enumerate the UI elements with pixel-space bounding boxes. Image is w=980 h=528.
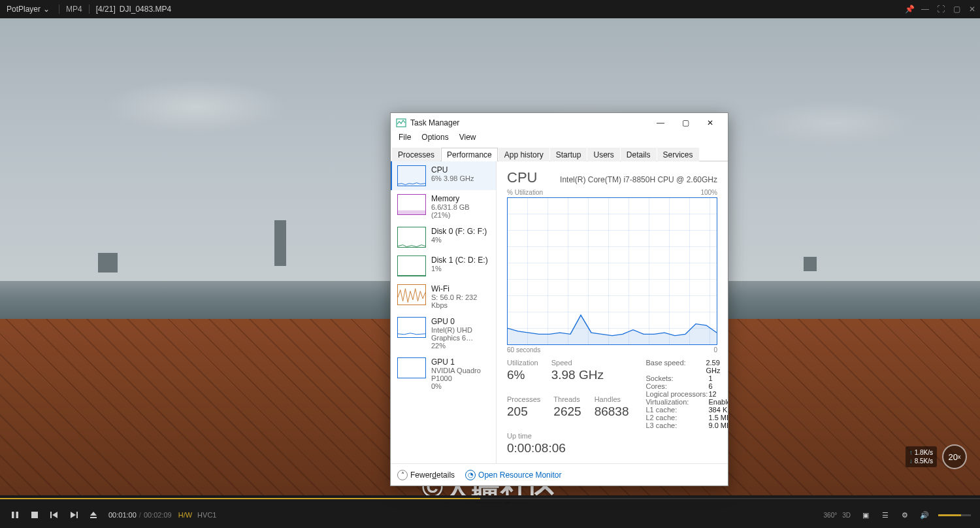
screenshot-icon[interactable]: ▣ [856, 505, 875, 525]
rotate-label[interactable]: 360° [824, 512, 838, 519]
side-gpu0-sub: Intel(R) UHD Graphics 6… [431, 326, 491, 342]
detail-val: Enabled [708, 398, 728, 406]
task-manager-window[interactable]: Task Manager — ▢ ✕ File Options View Pro… [390, 112, 728, 486]
stop-button[interactable] [25, 505, 44, 525]
tab-services[interactable]: Services [657, 148, 699, 161]
detail-val: 1.5 MB [708, 414, 728, 421]
separator [59, 5, 59, 14]
orm-label: Open Resource Monitor [478, 470, 561, 480]
cpu-chart[interactable] [507, 197, 717, 345]
eject-button[interactable] [84, 505, 103, 525]
osd-overlay: 1.8K/s 8.5K/s 20x [906, 444, 967, 469]
detail-row: Virtualization:Enabled [645, 398, 728, 406]
fullscreen-icon[interactable]: ⛶ [933, 0, 949, 18]
svg-rect-8 [76, 512, 78, 518]
speed-label: Speed [551, 359, 604, 367]
tab-users[interactable]: Users [587, 148, 619, 161]
tm-minimize-button[interactable]: — [648, 114, 673, 132]
tm-maximize-button[interactable]: ▢ [673, 114, 698, 132]
cpu-details-list: Base speed:2.59 GHzSockets:1Cores:6Logic… [645, 359, 728, 455]
playlist-icon[interactable]: ☰ [875, 505, 895, 525]
container-label: MP4 [62, 5, 86, 14]
tab-app-history[interactable]: App history [498, 148, 549, 161]
tab-processes[interactable]: Processes [392, 148, 440, 161]
detail-row: L3 cache:9.0 MB [645, 421, 728, 429]
separator [89, 5, 90, 14]
detail-row: L1 cache:384 KB [645, 406, 728, 414]
mini-cpu-chart [397, 165, 426, 186]
axis-top-right: 100% [700, 189, 717, 196]
tab-startup[interactable]: Startup [550, 148, 587, 161]
open-resource-monitor-link[interactable]: ◔ Open Resource Monitor [465, 470, 561, 480]
potplayer-menu[interactable]: PotPlayer ⌄ [0, 5, 56, 14]
detail-val: 9.0 MB [708, 421, 728, 429]
maximize-icon[interactable]: ▢ [949, 0, 964, 18]
detail-val: 2.59 GHz [706, 359, 728, 374]
next-button[interactable] [64, 505, 84, 525]
fewer-key: d [432, 470, 436, 480]
detail-row: Cores:6 [645, 382, 728, 390]
volume-icon[interactable]: 🔊 [915, 505, 934, 525]
video-canvas[interactable]: ©大疆社区 1.8K/s 8.5K/s 20x Task Manager — ▢… [0, 18, 980, 495]
axis-bot-left: 60 seconds [507, 346, 540, 354]
tm-titlebar[interactable]: Task Manager — ▢ ✕ [391, 113, 728, 133]
time-display: 00:01:00/00:02:09 [108, 511, 172, 519]
osd-pct-suffix: x [958, 454, 961, 460]
volume-slider[interactable] [938, 514, 971, 516]
uptime-value: 0:00:08:06 [507, 441, 629, 455]
mini-mem-chart [397, 194, 426, 215]
side-wifi[interactable]: Wi-FiS: 56.0 R: 232 Kbps [391, 280, 496, 313]
tm-menu-view[interactable]: View [455, 133, 480, 146]
side-disk1[interactable]: Disk 1 (C: D: E:)1% [391, 252, 496, 280]
side-gpu0-name: GPU 0 [431, 317, 491, 326]
fewer-txt1: Fewer [410, 470, 432, 480]
axis-bot-right: 0 [713, 346, 717, 354]
pin-icon[interactable]: 📌 [902, 0, 917, 18]
thr-value: 2625 [553, 404, 581, 419]
svg-rect-4 [31, 512, 38, 518]
minimize-icon[interactable]: — [917, 0, 933, 18]
tm-close-button[interactable]: ✕ [698, 114, 723, 132]
mini-gpu0-chart [397, 317, 426, 338]
svg-marker-6 [52, 512, 57, 518]
side-gpu1-sub2: 0% [431, 382, 491, 390]
uptime-label: Up time [507, 432, 629, 440]
detail-key: Sockets: [645, 374, 708, 382]
side-gpu0-sub2: 22% [431, 342, 491, 350]
three-d-label[interactable]: 3D [842, 512, 851, 519]
hw-flag[interactable]: H/W [178, 511, 192, 519]
fewer-details-button[interactable]: ˄ Fewer details [397, 470, 455, 480]
svg-rect-5 [50, 512, 52, 518]
detail-row: Base speed:2.59 GHz [645, 359, 728, 374]
tab-details[interactable]: Details [621, 148, 657, 161]
tab-performance[interactable]: Performance [441, 148, 498, 161]
close-icon[interactable]: ✕ [964, 0, 980, 18]
osd-speed-circle[interactable]: 20x [942, 444, 967, 469]
tm-menu-options[interactable]: Options [417, 133, 452, 146]
tm-title: Task Manager [410, 118, 459, 127]
side-memory[interactable]: Memory6.6/31.8 GB (21%) [391, 190, 496, 223]
potplayer-titlebar: PotPlayer ⌄ MP4 [4/21] DJI_0483.MP4 📌 — … [0, 0, 980, 18]
pause-button[interactable] [5, 505, 25, 525]
proc-label: Processes [507, 395, 540, 403]
seek-bar[interactable] [0, 495, 980, 502]
tm-menu-file[interactable]: File [395, 133, 415, 146]
osd-pct: 20 [949, 452, 958, 462]
detail-key: L2 cache: [645, 414, 708, 421]
detail-row: Logical processors:12 [645, 390, 728, 398]
task-manager-icon [396, 118, 406, 128]
resource-monitor-icon: ◔ [465, 470, 476, 480]
side-gpu0[interactable]: GPU 0Intel(R) UHD Graphics 6…22% [391, 313, 496, 354]
detail-key: Logical processors: [645, 390, 708, 398]
osd-up: 1.8K/s [909, 448, 933, 457]
axis-top-left: % Utilization [507, 189, 543, 196]
side-wifi-name: Wi-Fi [431, 284, 491, 293]
svg-marker-1 [508, 315, 717, 344]
tm-main-panel: CPU Intel(R) Core(TM) i7-8850H CPU @ 2.6… [497, 161, 728, 463]
tm-menubar: File Options View [391, 133, 728, 146]
side-disk0[interactable]: Disk 0 (F: G: F:)4% [391, 223, 496, 252]
settings-gear-icon[interactable]: ⚙ [895, 505, 915, 525]
side-cpu[interactable]: CPU6% 3.98 GHz [391, 161, 496, 190]
prev-button[interactable] [44, 505, 64, 525]
side-gpu1[interactable]: GPU 1NVIDIA Quadro P10000% [391, 354, 496, 394]
